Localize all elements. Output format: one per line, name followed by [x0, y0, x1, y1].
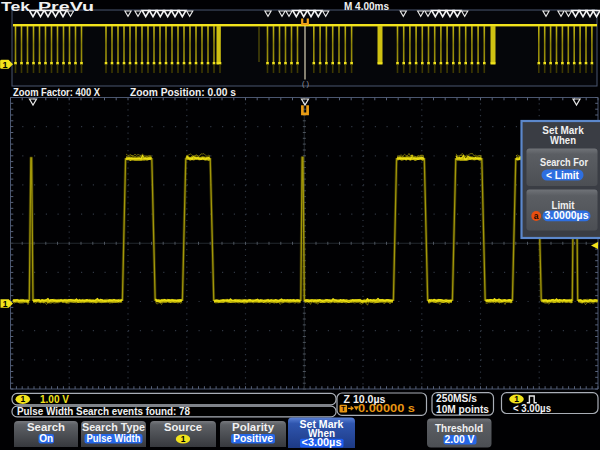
svg-text:M 4.00ms: M 4.00ms — [344, 0, 389, 12]
svg-text:Search: Search — [27, 421, 65, 433]
svg-text:Search For: Search For — [540, 157, 588, 168]
svg-text:Threshold: Threshold — [435, 422, 483, 434]
svg-text:10M points: 10M points — [436, 403, 489, 415]
svg-text:Tek: Tek — [1, 0, 30, 14]
svg-text:1: 1 — [20, 394, 25, 404]
svg-text:<3.00µs: <3.00µs — [302, 437, 342, 448]
svg-text:( ): ( ) — [302, 79, 310, 88]
svg-text:Pulse Width: Pulse Width — [87, 433, 141, 444]
svg-text:T: T — [341, 404, 346, 413]
svg-text:0.00000 s: 0.00000 s — [358, 402, 415, 414]
svg-text:PreVu: PreVu — [38, 0, 94, 14]
svg-text:When: When — [550, 135, 576, 146]
svg-text:a: a — [534, 211, 539, 221]
svg-text:Pulse Width Search events foun: Pulse Width Search events found: 78 — [17, 405, 190, 417]
svg-text:Limit: Limit — [552, 200, 576, 211]
svg-text:Source: Source — [164, 421, 202, 433]
svg-text:2.00 V: 2.00 V — [445, 434, 475, 445]
svg-text:< Limit: < Limit — [546, 170, 580, 181]
svg-text:1: 1 — [2, 60, 7, 70]
svg-text:3.0000µs: 3.0000µs — [545, 210, 589, 221]
svg-text:1: 1 — [3, 299, 8, 309]
svg-text:Zoom Position: 0.00 s: Zoom Position: 0.00 s — [130, 87, 236, 98]
svg-text:Polarity: Polarity — [232, 421, 274, 433]
svg-text:Zoom Factor: 400 X: Zoom Factor: 400 X — [13, 87, 100, 98]
svg-text:Positive: Positive — [233, 433, 273, 444]
svg-text:On: On — [39, 433, 53, 444]
svg-text:Search Type: Search Type — [82, 421, 145, 433]
svg-text:1: 1 — [181, 434, 186, 444]
svg-text:1.00 V: 1.00 V — [40, 393, 69, 405]
svg-text:< 3.00µs: < 3.00µs — [513, 402, 551, 414]
